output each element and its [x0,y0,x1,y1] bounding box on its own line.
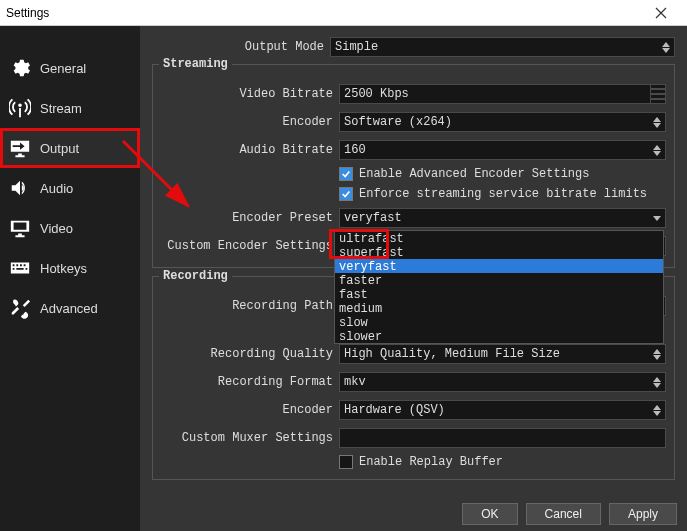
video-bitrate-label: Video Bitrate [161,87,333,101]
sidebar-item-audio[interactable]: Audio [0,168,140,208]
sidebar-item-label: Audio [40,181,73,196]
sidebar-item-label: General [40,61,86,76]
preset-option-veryfast[interactable]: veryfast [335,259,663,273]
video-bitrate-input[interactable]: 2500 Kbps [339,84,666,104]
encoder-value: Software (x264) [344,115,452,129]
window-title: Settings [6,6,49,20]
output-mode-label: Output Mode [152,40,324,54]
encoder-combo[interactable]: Software (x264) [339,112,666,132]
dialog-buttons: OK Cancel Apply [462,503,677,525]
sidebar: General Stream Output Audio Video Hotkey… [0,26,140,531]
output-mode-combo[interactable]: Simple [330,37,675,57]
encoder-label: Encoder [161,115,333,129]
streaming-legend: Streaming [159,57,232,71]
sidebar-item-output[interactable]: Output [0,128,140,168]
recording-encoder-value: Hardware (QSV) [344,403,445,417]
replay-buffer-label: Enable Replay Buffer [359,455,503,469]
recording-encoder-combo[interactable]: Hardware (QSV) [339,400,666,420]
sidebar-item-hotkeys[interactable]: Hotkeys [0,248,140,288]
encoder-preset-combo[interactable]: veryfast [339,208,666,228]
speaker-icon [8,176,32,200]
sidebar-item-label: Hotkeys [40,261,87,276]
sidebar-item-advanced[interactable]: Advanced [0,288,140,328]
titlebar: Settings [0,0,687,26]
preset-option-superfast[interactable]: superfast [335,245,663,259]
output-mode-value: Simple [335,40,378,54]
keyboard-icon [8,256,32,280]
recording-quality-label: Recording Quality [161,347,333,361]
enforce-limits-checkbox[interactable] [339,187,353,201]
monitor-icon [8,216,32,240]
sidebar-item-label: Advanced [40,301,98,316]
preset-option-faster[interactable]: faster [335,273,663,287]
preset-option-ultrafast[interactable]: ultrafast [335,231,663,245]
combo-arrows-icon [650,142,664,158]
encoder-preset-value: veryfast [344,211,402,225]
sidebar-item-general[interactable]: General [0,48,140,88]
recording-format-label: Recording Format [161,375,333,389]
recording-legend: Recording [159,269,232,283]
enable-advanced-checkbox[interactable] [339,167,353,181]
tools-icon [8,296,32,320]
recording-format-combo[interactable]: mkv [339,372,666,392]
combo-arrows-icon [650,210,664,226]
combo-arrows-icon [659,39,673,55]
recording-path-label: Recording Path [161,299,333,313]
combo-arrows-icon [650,374,664,390]
combo-arrows-icon [650,114,664,130]
custom-muxer-input[interactable] [339,428,666,448]
sidebar-item-label: Stream [40,101,82,116]
monitor-arrow-icon [8,136,32,160]
video-bitrate-value: 2500 Kbps [344,87,409,101]
sidebar-item-label: Video [40,221,73,236]
video-bitrate-spinner[interactable] [650,84,666,104]
audio-bitrate-value: 160 [344,143,366,157]
combo-arrows-icon [650,402,664,418]
custom-muxer-label: Custom Muxer Settings [161,431,333,445]
encoder-preset-label: Encoder Preset [161,211,333,225]
sidebar-item-label: Output [40,141,79,156]
preset-option-fast[interactable]: fast [335,287,663,301]
window-close-button[interactable] [641,0,681,26]
gear-icon [8,56,32,80]
sidebar-item-stream[interactable]: Stream [0,88,140,128]
enable-advanced-label: Enable Advanced Encoder Settings [359,167,589,181]
recording-quality-combo[interactable]: High Quality, Medium File Size [339,344,666,364]
preset-option-slower[interactable]: slower [335,329,663,343]
audio-bitrate-label: Audio Bitrate [161,143,333,157]
ok-button[interactable]: OK [462,503,517,525]
enforce-limits-label: Enforce streaming service bitrate limits [359,187,647,201]
preset-option-slow[interactable]: slow [335,315,663,329]
encoder-preset-dropdown[interactable]: ultrafast superfast veryfast faster fast… [334,230,664,344]
antenna-icon [8,96,32,120]
sidebar-item-video[interactable]: Video [0,208,140,248]
combo-arrows-icon [650,346,664,362]
recording-format-value: mkv [344,375,366,389]
cancel-button[interactable]: Cancel [526,503,601,525]
preset-option-medium[interactable]: medium [335,301,663,315]
recording-quality-value: High Quality, Medium File Size [344,347,560,361]
apply-button[interactable]: Apply [609,503,677,525]
custom-encoder-label: Custom Encoder Settings [161,239,333,253]
replay-buffer-checkbox[interactable] [339,455,353,469]
audio-bitrate-combo[interactable]: 160 [339,140,666,160]
recording-encoder-label: Encoder [161,403,333,417]
